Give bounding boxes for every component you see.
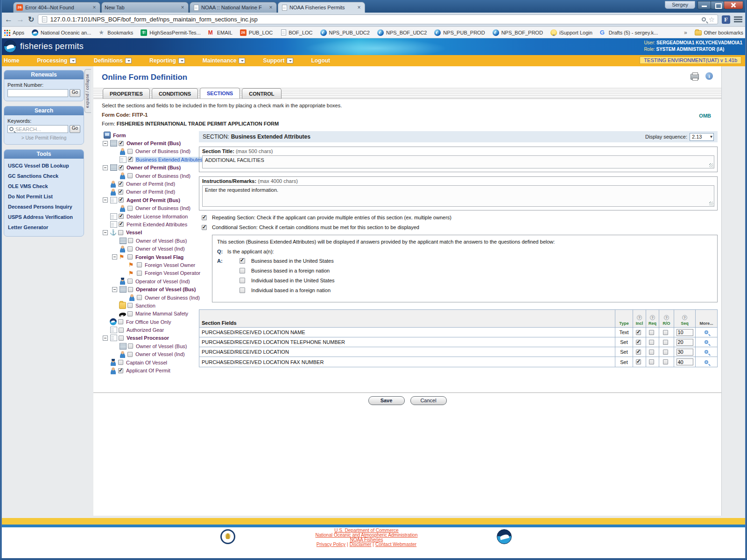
minimize-button[interactable] [698,1,711,9]
tool-link[interactable]: Deceased Persons Inquiry [8,202,80,212]
field-more-magnifier-icon[interactable] [705,350,708,354]
permit-filtering-link[interactable]: > Use Permit Filtering [7,135,80,140]
tree-item-checkbox[interactable] [127,173,133,178]
tab-close-icon[interactable]: × [356,4,362,11]
form-def-tab[interactable]: CONDITIONS [152,88,198,98]
tree-item[interactable]: Owner of Permit (Bus) [101,139,199,147]
help-icon[interactable] [650,315,655,320]
nav-item[interactable]: Support [263,57,293,64]
nav-dropdown-icon[interactable] [287,58,293,63]
tree-item-label[interactable]: Owner of Business (Ind) [134,148,191,154]
tree-item-label[interactable]: Owner of Vessel (Ind) [134,351,186,357]
tool-link[interactable]: GC Sanctions Check [8,171,80,181]
url-text[interactable]: 127.0.0.1:7101/NPS_BOF/bof_form_def/nps_… [50,16,698,23]
cancel-button[interactable]: Cancel [410,396,447,405]
tree-item-label[interactable]: Authorized Gear [126,327,165,333]
tree-item-checkbox[interactable] [137,271,142,276]
tree-item[interactable]: Owner of Permit (Ind) [101,180,199,188]
browser-tab[interactable]: Error 404--Not Found × [13,2,100,13]
tree-item-checkbox[interactable] [119,141,124,146]
tree-item[interactable]: Owner of Business (Ind) [101,204,199,212]
seq-input[interactable] [677,349,693,356]
bookmark-item[interactable]: NPS_BOF_PROD [493,29,543,36]
answer-checkbox[interactable] [240,287,245,293]
tree-item-checkbox[interactable] [127,311,133,316]
tree-expander-icon[interactable] [103,141,108,146]
bookmark-item[interactable]: NPS_PUB_PROD [434,29,485,36]
tree-expander-icon[interactable] [112,287,117,292]
tree-item-checkbox[interactable] [118,182,123,187]
tree-item[interactable]: Owner of Permit (Ind) [101,188,199,196]
tree-item[interactable]: Vessel [101,229,199,237]
tree-item-checkbox[interactable] [119,165,124,170]
answer-checkbox[interactable] [240,258,245,264]
help-icon[interactable] [664,315,669,320]
renewals-go-button[interactable]: Go [70,89,80,97]
tree-item-checkbox[interactable] [127,352,133,357]
tree-item-checkbox[interactable] [119,197,124,203]
tree-item-label[interactable]: Operator of Vessel (Ind) [134,279,191,284]
tree-item[interactable]: Captain Of Vessel [101,358,199,366]
tree-item-label[interactable]: Form [112,133,127,138]
tool-link[interactable]: USPS Address Verification [8,212,80,222]
browser-tab[interactable]: NOAA :: National Marine F × [190,2,277,13]
nav-dropdown-icon[interactable] [239,58,245,63]
tree-item[interactable]: Owner of Business (Ind) [101,172,199,180]
other-bookmarks[interactable]: Other bookmarks [695,29,743,35]
nav-dropdown-icon[interactable] [125,58,132,63]
form-def-tab[interactable]: SECTIONS [200,88,240,98]
sidebar-expand-collapse[interactable]: expand / collapse [85,69,91,113]
tree-item-label[interactable]: Owner of Permit (Ind) [125,189,176,195]
seq-input[interactable] [677,358,693,365]
tree-item-checkbox[interactable] [128,157,133,162]
tree-item-label[interactable]: Marine Mammal Safety [134,311,189,316]
chrome-menu-icon[interactable] [734,16,742,22]
tree-item-checkbox[interactable] [128,343,133,349]
display-sequence-select[interactable]: 2.13 [690,133,714,141]
omb-link[interactable]: OMB [699,113,711,119]
tree-item-checkbox[interactable] [118,319,123,324]
tree-item[interactable]: Form [101,131,199,139]
tree-item[interactable]: Operator of Vessel (Bus) [101,285,199,293]
tree-item-label[interactable]: Owner of Permit (Bus) [126,140,182,146]
browser-tab[interactable]: NOAA Fisheries Permits × [278,2,365,13]
nav-item[interactable]: Reporting [149,57,185,64]
search-icon[interactable] [702,17,706,21]
ro-checkbox[interactable] [663,359,668,364]
tree-item[interactable]: Foreign Vessel Operator [101,269,199,277]
nav-item[interactable]: Maintenance [203,57,246,64]
bookmarks-overflow-icon[interactable]: » [684,29,687,36]
tab-close-icon[interactable]: × [268,4,274,11]
req-checkbox[interactable] [649,330,654,335]
answer-checkbox[interactable] [240,268,245,273]
nav-item[interactable]: Processing [37,57,76,64]
tree-item[interactable]: Marine Mammal Safety [101,310,199,318]
tree-item-checkbox[interactable] [118,360,123,365]
reload-icon[interactable] [28,15,34,24]
help-icon[interactable] [637,315,642,320]
resize-grip-icon[interactable] [709,202,713,206]
form-def-tab[interactable]: CONTROL [242,88,281,98]
tree-item[interactable]: Foreign Vessel Flag [101,253,199,261]
field-more-magnifier-icon[interactable] [705,330,708,334]
tree-item[interactable]: Owner of Vessel (Ind) [101,350,199,358]
tree-expander-icon[interactable] [112,254,117,259]
answer-checkbox[interactable] [240,278,245,283]
back-icon[interactable] [5,15,13,23]
nav-item[interactable]: Definitions [94,57,132,64]
bookmark-star-icon[interactable] [709,16,715,23]
tree-item-label[interactable]: Permit Extended Attributes [126,222,188,227]
tree-item-checkbox[interactable] [127,303,133,308]
ro-checkbox[interactable] [663,330,668,335]
tree-item-label[interactable]: Owner of Vessel (Bus) [135,238,188,244]
tool-link[interactable]: Letter Generator [8,222,80,232]
info-icon[interactable]: i [705,72,713,80]
form-def-tab[interactable]: PROPERTIES [103,88,150,98]
tree-item[interactable]: Permit Extended Attributes [101,220,199,228]
tree-item-checkbox[interactable] [127,206,133,211]
permit-number-input[interactable] [7,89,68,97]
tree-item[interactable]: Owner of Business (Ind) [101,294,199,301]
search-go-button[interactable]: Go [70,125,80,133]
tree-item[interactable]: Vessel Processor [101,334,199,342]
req-checkbox[interactable] [649,350,654,355]
